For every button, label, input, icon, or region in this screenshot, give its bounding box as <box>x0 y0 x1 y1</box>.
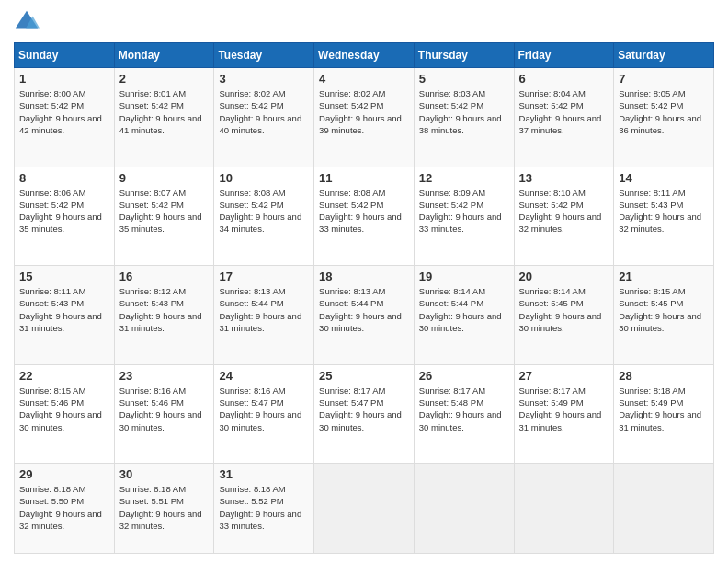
logo <box>14 9 43 35</box>
day-number: 17 <box>219 270 309 283</box>
day-info: Sunrise: 8:13 AMSunset: 5:44 PMDaylight:… <box>319 286 402 333</box>
day-info: Sunrise: 8:14 AMSunset: 5:44 PMDaylight:… <box>419 286 502 333</box>
calendar-day-cell: 22 Sunrise: 8:15 AMSunset: 5:46 PMDaylig… <box>15 364 115 464</box>
calendar-day-cell: 12 Sunrise: 8:09 AMSunset: 5:42 PMDaylig… <box>414 167 514 266</box>
day-number: 7 <box>619 72 709 86</box>
day-number: 4 <box>319 72 409 86</box>
calendar-day-cell <box>514 464 614 554</box>
day-number: 27 <box>519 369 609 383</box>
calendar-day-cell: 29 Sunrise: 8:18 AMSunset: 5:50 PMDaylig… <box>15 464 115 554</box>
calendar-day-cell <box>314 464 415 554</box>
calendar-day-cell: 24 Sunrise: 8:16 AMSunset: 5:47 PMDaylig… <box>214 364 314 464</box>
calendar-day-cell: 27 Sunrise: 8:17 AMSunset: 5:49 PMDaylig… <box>514 364 614 464</box>
day-info: Sunrise: 8:15 AMSunset: 5:45 PMDaylight:… <box>619 286 701 333</box>
day-info: Sunrise: 8:14 AMSunset: 5:45 PMDaylight:… <box>519 286 602 333</box>
day-number: 20 <box>519 270 609 283</box>
calendar-day-cell <box>414 464 514 554</box>
calendar-week-row: 29 Sunrise: 8:18 AMSunset: 5:50 PMDaylig… <box>15 464 714 554</box>
day-info: Sunrise: 8:02 AMSunset: 5:42 PMDaylight:… <box>319 88 402 135</box>
calendar-week-row: 22 Sunrise: 8:15 AMSunset: 5:46 PMDaylig… <box>15 364 714 464</box>
day-number: 26 <box>419 369 509 383</box>
calendar-table: SundayMondayTuesdayWednesdayThursdayFrid… <box>14 42 714 554</box>
header <box>14 9 714 35</box>
day-number: 22 <box>19 369 109 383</box>
calendar-week-row: 15 Sunrise: 8:11 AMSunset: 5:43 PMDaylig… <box>15 266 714 365</box>
calendar-day-header: Saturday <box>614 43 714 68</box>
day-info: Sunrise: 8:08 AMSunset: 5:42 PMDaylight:… <box>319 188 402 235</box>
day-info: Sunrise: 8:18 AMSunset: 5:52 PMDaylight:… <box>219 484 301 531</box>
day-number: 5 <box>419 72 509 86</box>
calendar-day-cell: 17 Sunrise: 8:13 AMSunset: 5:44 PMDaylig… <box>214 266 314 365</box>
day-info: Sunrise: 8:10 AMSunset: 5:42 PMDaylight:… <box>519 188 602 235</box>
day-number: 12 <box>419 171 509 185</box>
day-info: Sunrise: 8:16 AMSunset: 5:47 PMDaylight:… <box>219 385 301 432</box>
day-info: Sunrise: 8:11 AMSunset: 5:43 PMDaylight:… <box>619 188 701 235</box>
calendar-day-cell: 26 Sunrise: 8:17 AMSunset: 5:48 PMDaylig… <box>414 364 514 464</box>
calendar-day-cell: 14 Sunrise: 8:11 AMSunset: 5:43 PMDaylig… <box>614 167 714 266</box>
day-number: 25 <box>319 369 409 383</box>
day-info: Sunrise: 8:08 AMSunset: 5:42 PMDaylight:… <box>219 188 301 235</box>
day-number: 13 <box>519 171 609 185</box>
day-info: Sunrise: 8:06 AMSunset: 5:42 PMDaylight:… <box>19 188 102 235</box>
calendar-day-cell: 15 Sunrise: 8:11 AMSunset: 5:43 PMDaylig… <box>15 266 115 365</box>
calendar-day-cell: 28 Sunrise: 8:18 AMSunset: 5:49 PMDaylig… <box>614 364 714 464</box>
calendar-day-cell: 4 Sunrise: 8:02 AMSunset: 5:42 PMDayligh… <box>314 68 415 167</box>
calendar-day-cell: 9 Sunrise: 8:07 AMSunset: 5:42 PMDayligh… <box>114 167 214 266</box>
calendar-day-cell: 2 Sunrise: 8:01 AMSunset: 5:42 PMDayligh… <box>114 68 214 167</box>
day-number: 19 <box>419 270 509 283</box>
day-number: 14 <box>619 171 709 185</box>
day-number: 28 <box>619 369 709 383</box>
day-number: 29 <box>19 467 109 481</box>
day-info: Sunrise: 8:07 AMSunset: 5:42 PMDaylight:… <box>119 188 202 235</box>
day-info: Sunrise: 8:12 AMSunset: 5:43 PMDaylight:… <box>119 286 202 333</box>
calendar-day-cell: 20 Sunrise: 8:14 AMSunset: 5:45 PMDaylig… <box>514 266 614 365</box>
calendar-week-row: 1 Sunrise: 8:00 AMSunset: 5:42 PMDayligh… <box>15 68 714 167</box>
calendar-day-cell: 10 Sunrise: 8:08 AMSunset: 5:42 PMDaylig… <box>214 167 314 266</box>
day-number: 18 <box>319 270 409 283</box>
day-info: Sunrise: 8:16 AMSunset: 5:46 PMDaylight:… <box>119 385 202 432</box>
logo-icon <box>14 9 40 35</box>
calendar-day-cell: 16 Sunrise: 8:12 AMSunset: 5:43 PMDaylig… <box>114 266 214 365</box>
calendar-day-cell: 11 Sunrise: 8:08 AMSunset: 5:42 PMDaylig… <box>314 167 415 266</box>
day-info: Sunrise: 8:03 AMSunset: 5:42 PMDaylight:… <box>419 88 502 135</box>
day-number: 24 <box>219 369 309 383</box>
calendar-header-row: SundayMondayTuesdayWednesdayThursdayFrid… <box>15 43 714 68</box>
calendar-day-cell: 18 Sunrise: 8:13 AMSunset: 5:44 PMDaylig… <box>314 266 415 365</box>
calendar-day-cell: 3 Sunrise: 8:02 AMSunset: 5:42 PMDayligh… <box>214 68 314 167</box>
day-info: Sunrise: 8:05 AMSunset: 5:42 PMDaylight:… <box>619 88 701 135</box>
day-info: Sunrise: 8:13 AMSunset: 5:44 PMDaylight:… <box>219 286 301 333</box>
day-info: Sunrise: 8:01 AMSunset: 5:42 PMDaylight:… <box>119 88 202 135</box>
day-number: 3 <box>219 72 309 86</box>
day-info: Sunrise: 8:17 AMSunset: 5:47 PMDaylight:… <box>319 385 402 432</box>
calendar-day-cell: 21 Sunrise: 8:15 AMSunset: 5:45 PMDaylig… <box>614 266 714 365</box>
calendar-day-cell: 5 Sunrise: 8:03 AMSunset: 5:42 PMDayligh… <box>414 68 514 167</box>
day-number: 16 <box>119 270 210 283</box>
calendar-day-header: Thursday <box>414 43 514 68</box>
calendar-day-cell: 13 Sunrise: 8:10 AMSunset: 5:42 PMDaylig… <box>514 167 614 266</box>
day-info: Sunrise: 8:02 AMSunset: 5:42 PMDaylight:… <box>219 88 301 135</box>
calendar-day-cell: 8 Sunrise: 8:06 AMSunset: 5:42 PMDayligh… <box>15 167 115 266</box>
calendar-day-header: Monday <box>114 43 214 68</box>
day-number: 8 <box>19 171 109 185</box>
calendar-day-cell <box>614 464 714 554</box>
day-info: Sunrise: 8:18 AMSunset: 5:49 PMDaylight:… <box>619 385 701 432</box>
calendar-day-header: Tuesday <box>214 43 314 68</box>
calendar-day-cell: 25 Sunrise: 8:17 AMSunset: 5:47 PMDaylig… <box>314 364 415 464</box>
calendar-day-cell: 6 Sunrise: 8:04 AMSunset: 5:42 PMDayligh… <box>514 68 614 167</box>
calendar-day-header: Sunday <box>15 43 115 68</box>
day-info: Sunrise: 8:17 AMSunset: 5:48 PMDaylight:… <box>419 385 502 432</box>
calendar-day-header: Wednesday <box>314 43 415 68</box>
day-info: Sunrise: 8:04 AMSunset: 5:42 PMDaylight:… <box>519 88 602 135</box>
day-info: Sunrise: 8:09 AMSunset: 5:42 PMDaylight:… <box>419 188 502 235</box>
calendar-day-cell: 7 Sunrise: 8:05 AMSunset: 5:42 PMDayligh… <box>614 68 714 167</box>
calendar-day-cell: 23 Sunrise: 8:16 AMSunset: 5:46 PMDaylig… <box>114 364 214 464</box>
day-number: 11 <box>319 171 409 185</box>
page: SundayMondayTuesdayWednesdayThursdayFrid… <box>0 0 728 563</box>
calendar-day-cell: 1 Sunrise: 8:00 AMSunset: 5:42 PMDayligh… <box>15 68 115 167</box>
day-number: 2 <box>119 72 210 86</box>
day-number: 30 <box>119 467 210 481</box>
calendar-day-cell: 30 Sunrise: 8:18 AMSunset: 5:51 PMDaylig… <box>114 464 214 554</box>
day-number: 23 <box>119 369 210 383</box>
day-number: 31 <box>219 467 309 481</box>
day-info: Sunrise: 8:00 AMSunset: 5:42 PMDaylight:… <box>19 88 102 135</box>
